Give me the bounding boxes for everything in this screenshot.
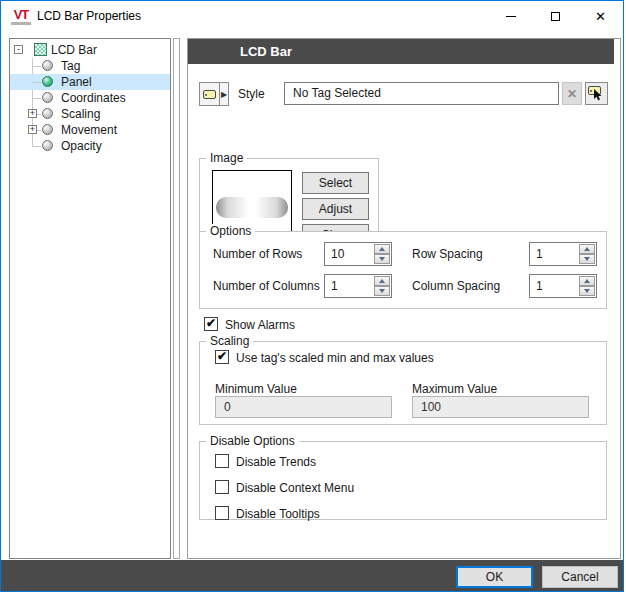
spin-down-icon[interactable]	[374, 286, 390, 296]
property-tree: - LCD Bar Tag Panel Coordinates + Scalin…	[9, 38, 171, 559]
tree-connector	[32, 82, 41, 83]
close-button[interactable]: ✕	[578, 1, 623, 32]
gray-ball-icon	[42, 92, 53, 103]
tree-item-label: Opacity	[61, 139, 102, 153]
tree-panel-splitter[interactable]	[173, 38, 180, 559]
disable-tooltips-checkbox[interactable]	[215, 506, 229, 520]
gray-ball-icon	[42, 124, 53, 135]
row-spacing-label: Row Spacing	[412, 247, 483, 261]
show-alarms-checkbox[interactable]	[204, 317, 218, 331]
dialog-window: VT LCD Bar Properties ✕ - LCD Bar Tag Pa…	[0, 0, 624, 592]
spinner-value: 1	[536, 247, 543, 261]
tag-picker-button[interactable]	[585, 82, 608, 105]
tree-item-tag[interactable]: Tag	[10, 58, 170, 74]
disable-context-menu-label: Disable Context Menu	[236, 481, 354, 495]
style-split-button[interactable]: ▶	[199, 82, 229, 106]
panel-title: LCD Bar	[240, 44, 292, 59]
number-of-rows-label: Number of Rows	[213, 247, 302, 261]
ok-button[interactable]: OK	[456, 566, 533, 588]
tree-item-lcd-bar[interactable]: - LCD Bar	[10, 42, 170, 58]
minimum-value-label: Minimum Value	[215, 382, 297, 396]
spin-up-icon[interactable]	[374, 276, 390, 286]
gray-ball-icon	[42, 60, 53, 71]
tree-item-label: LCD Bar	[51, 43, 97, 57]
close-icon: ✕	[595, 10, 606, 23]
gray-ball-icon	[42, 108, 53, 119]
adjust-image-button[interactable]: Adjust	[302, 198, 369, 220]
properties-panel: LCD Bar ▶ Style No Tag Selected ✕ Image …	[187, 38, 621, 559]
expand-expander-icon[interactable]: +	[28, 109, 37, 118]
tag-icon	[203, 90, 216, 99]
cancel-button[interactable]: Cancel	[542, 566, 618, 588]
spin-down-icon[interactable]	[579, 254, 595, 264]
maximize-icon	[551, 12, 560, 21]
tree-item-scaling[interactable]: + Scaling	[10, 106, 170, 122]
number-of-columns-label: Number of Columns	[213, 279, 320, 293]
column-spacing-spinner[interactable]: 1	[529, 274, 597, 298]
tree-item-opacity[interactable]: Opacity	[10, 138, 170, 154]
tree-item-label: Panel	[61, 75, 92, 89]
disable-trends-checkbox[interactable]	[215, 454, 229, 468]
use-tag-scaled-label: Use tag's scaled min and max values	[236, 351, 434, 365]
cursor-arrow-icon	[594, 89, 603, 101]
maximum-value-label: Maximum Value	[412, 382, 497, 396]
spinner-value: 10	[331, 247, 344, 261]
options-group-title: Options	[206, 224, 255, 238]
tree-item-label: Coordinates	[61, 91, 126, 105]
image-group-title: Image	[206, 151, 247, 165]
spin-down-icon[interactable]	[374, 254, 390, 264]
tree-item-label: Tag	[61, 59, 80, 73]
style-label: Style	[238, 87, 265, 101]
spinner-value: 1	[331, 279, 338, 293]
number-of-rows-spinner[interactable]: 10	[324, 242, 392, 266]
minimum-value-field: 0	[215, 396, 392, 418]
dropdown-arrow-icon[interactable]: ▶	[219, 83, 228, 105]
tree-item-movement[interactable]: + Movement	[10, 122, 170, 138]
minimize-button[interactable]	[488, 1, 533, 32]
options-group: Options Number of Rows 10 Row Spacing 1 …	[199, 231, 607, 309]
title-bar[interactable]: VT LCD Bar Properties ✕	[1, 1, 623, 32]
scaling-group-title: Scaling	[206, 334, 253, 348]
tree-connector	[32, 66, 41, 67]
tag-icon-button[interactable]	[200, 83, 219, 105]
disable-trends-label: Disable Trends	[236, 455, 316, 469]
use-tag-scaled-checkbox[interactable]	[215, 350, 229, 364]
green-ball-icon	[42, 76, 53, 87]
expand-expander-icon[interactable]: +	[28, 125, 37, 134]
spin-up-icon[interactable]	[374, 244, 390, 254]
disable-options-group-title: Disable Options	[206, 434, 299, 448]
gray-ball-icon	[42, 140, 53, 151]
clear-tag-button[interactable]: ✕	[562, 82, 582, 105]
minimize-icon	[506, 16, 516, 17]
disable-tooltips-label: Disable Tooltips	[236, 507, 320, 521]
disable-options-group: Disable Options Disable Trends Disable C…	[199, 441, 607, 520]
tree-item-panel[interactable]: Panel	[10, 74, 170, 90]
clear-x-icon: ✕	[567, 87, 577, 101]
spin-up-icon[interactable]	[579, 244, 595, 254]
tree-item-coordinates[interactable]: Coordinates	[10, 90, 170, 106]
spinner-value: 1	[536, 279, 543, 293]
footer-bar: OK Cancel	[1, 560, 623, 591]
window-title: LCD Bar Properties	[37, 9, 141, 23]
spin-up-icon[interactable]	[579, 276, 595, 286]
scaling-group: Scaling Use tag's scaled min and max val…	[199, 341, 607, 425]
tree-connector	[32, 146, 41, 147]
panel-header: LCD Bar	[188, 39, 614, 64]
vt-logo-icon: VT	[11, 8, 31, 25]
row-spacing-spinner[interactable]: 1	[529, 242, 597, 266]
lcd-bar-preview-image	[216, 197, 288, 218]
tree-item-label: Scaling	[61, 107, 100, 121]
maximize-button[interactable]	[533, 1, 578, 32]
maximum-value-field: 100	[412, 396, 589, 418]
show-alarms-label: Show Alarms	[225, 318, 295, 332]
column-spacing-label: Column Spacing	[412, 279, 500, 293]
style-input[interactable]: No Tag Selected	[284, 82, 559, 105]
number-of-columns-spinner[interactable]: 1	[324, 274, 392, 298]
tree-connector	[32, 98, 41, 99]
tree-item-label: Movement	[61, 123, 117, 137]
spin-down-icon[interactable]	[579, 286, 595, 296]
disable-context-menu-checkbox[interactable]	[215, 480, 229, 494]
select-image-button[interactable]: Select	[302, 172, 369, 194]
collapse-expander-icon[interactable]: -	[14, 45, 23, 54]
lcd-bar-icon	[34, 43, 47, 56]
